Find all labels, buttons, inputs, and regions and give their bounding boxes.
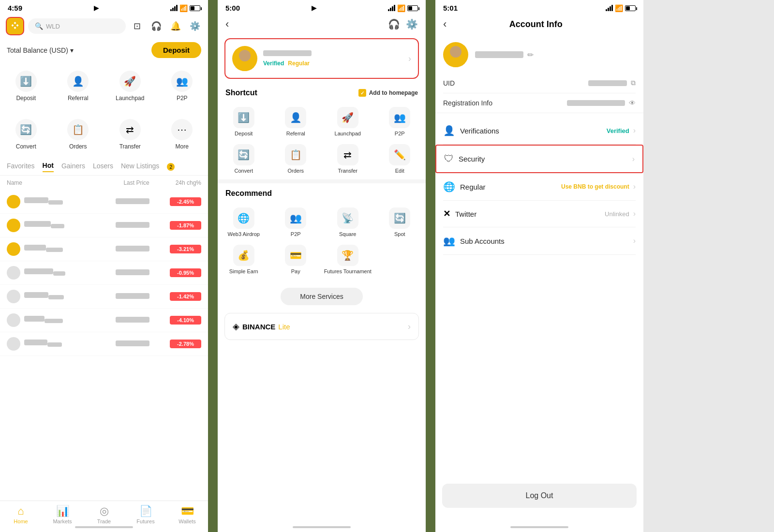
back-button[interactable]: ‹ <box>225 18 229 30</box>
balance-label[interactable]: Total Balance (USD) ▾ <box>7 46 74 54</box>
account-info-section: UID ⧉ Registration Info 👁 <box>435 73 643 113</box>
recommend-futures[interactable]: 🏆 Futures Tournament <box>322 241 374 278</box>
edit-icon[interactable]: ✏ <box>527 50 534 59</box>
menu-section: 👤 Verifications Verified › 🛡 Security › <box>435 117 643 255</box>
grid-more[interactable]: ⋯ More <box>156 114 208 155</box>
settings-icon-2[interactable]: ⚙️ <box>406 18 418 30</box>
copy-icon[interactable]: ⧉ <box>631 79 636 87</box>
balance-row: Total Balance (USD) ▾ Deposit <box>0 38 208 62</box>
table-row[interactable]: -3.21% <box>0 237 208 261</box>
grid-referral[interactable]: 👤 Referral <box>52 66 104 106</box>
profile-card[interactable]: Verified Regular › <box>224 38 419 79</box>
shortcut-edit[interactable]: ✏️ Edit <box>374 140 426 177</box>
nav-trade[interactable]: ◎ Trade <box>83 505 125 524</box>
spot-label: Spot <box>394 231 405 237</box>
battery-icon <box>190 5 200 11</box>
menu-verifications[interactable]: 👤 Verifications Verified › <box>443 117 636 145</box>
regular-label: Regular <box>460 183 486 191</box>
regular-badge: Regular <box>288 60 310 67</box>
phone-1: 4:59 ▶ 📶 🔍 WLD ⊡ 🎧 <box>0 0 208 532</box>
phone-2: 5:00 ▶ 📶 ‹ 🎧 ⚙️ <box>218 0 426 532</box>
signal-icon <box>170 5 178 11</box>
twitter-icon: ✕ <box>443 208 450 219</box>
checkbox-add-home[interactable]: ✓ <box>358 89 366 97</box>
grid-convert[interactable]: 🔄 Convert <box>0 114 52 155</box>
shortcut-orders[interactable]: 📋 Orders <box>270 140 322 177</box>
tab-favorites[interactable]: Favorites <box>7 162 35 172</box>
regular-right: Use BNB to get discount › <box>561 182 636 191</box>
futures-tournament-label: Futures Tournament <box>324 268 372 274</box>
verified-badge: Verified <box>263 60 284 67</box>
recommend-simple-earn[interactable]: 💰 Simple Earn <box>218 241 270 278</box>
change-badge: -2.78% <box>170 340 201 348</box>
recommend-square[interactable]: 📡 Square <box>322 204 374 241</box>
transfer-icon: ⇄ <box>119 119 141 140</box>
more-icon: ⋯ <box>171 119 193 140</box>
grid-deposit[interactable]: ⬇️ Deposit <box>0 66 52 106</box>
binance-lite-label: Lite <box>278 323 290 331</box>
shortcut-convert-icon: 🔄 <box>233 144 254 165</box>
logout-button[interactable]: Log Out <box>442 484 637 508</box>
menu-security[interactable]: 🛡 Security › <box>444 146 635 172</box>
square-icon: 📡 <box>337 207 358 229</box>
table-row[interactable]: -2.78% <box>0 332 208 356</box>
time-1: 4:59 <box>8 4 22 12</box>
scan-icon[interactable]: ⊡ <box>130 19 144 33</box>
grid-orders[interactable]: 📋 Orders <box>52 114 104 155</box>
token-icon <box>7 242 20 256</box>
recommend-p2p[interactable]: 👥 P2P <box>270 204 322 241</box>
shortcut-p2p[interactable]: 👥 P2P <box>374 103 426 140</box>
more-services-button[interactable]: More Services <box>281 288 362 305</box>
table-row[interactable]: -1.42% <box>0 285 208 309</box>
grid-transfer[interactable]: ⇄ Transfer <box>104 114 156 155</box>
status-bar-2: 5:00 ▶ 📶 <box>218 0 426 14</box>
grid-p2p[interactable]: 👥 P2P <box>156 66 208 106</box>
unlinked-status: Unlinked <box>605 210 629 218</box>
recommend-spot[interactable]: 🔄 Spot <box>374 204 426 241</box>
deposit-button[interactable]: Deposit <box>151 42 201 58</box>
menu-sub-accounts[interactable]: 👥 Sub Accounts › <box>443 227 636 255</box>
security-left: 🛡 Security <box>444 153 485 164</box>
tab-gainers[interactable]: Gainers <box>61 162 85 172</box>
recommend-pay[interactable]: 💳 Pay <box>270 241 322 278</box>
tab-new-listings[interactable]: New Listings <box>121 162 159 172</box>
shortcut-deposit[interactable]: ⬇️ Deposit <box>218 103 270 140</box>
grid-launchpad[interactable]: 🚀 Launchpad <box>104 66 156 106</box>
nav-markets[interactable]: 📊 Markets <box>42 505 83 524</box>
add-to-homepage[interactable]: ✓ Add to homepage <box>358 89 418 97</box>
eye-icon[interactable]: 👁 <box>629 99 636 107</box>
table-row[interactable]: -4.10% <box>0 309 208 332</box>
nav-futures[interactable]: 📄 Futures <box>125 505 166 524</box>
table-row[interactable]: -2.45% <box>0 190 208 214</box>
tab-hot[interactable]: Hot <box>43 162 54 172</box>
search-bar[interactable]: 🔍 WLD <box>28 18 126 34</box>
nav-arrow-2: ▶ <box>312 4 316 12</box>
back-button-3[interactable]: ‹ <box>443 18 447 30</box>
binance-lite-section[interactable]: ◈ BINANCE Lite › <box>224 313 419 340</box>
shortcut-referral[interactable]: 👤 Referral <box>270 103 322 140</box>
table-row[interactable]: -0.95% <box>0 261 208 285</box>
nav-home[interactable]: ⌂ Home <box>0 505 42 524</box>
support-icon-2[interactable]: 🎧 <box>388 18 400 30</box>
shortcut-convert[interactable]: 🔄 Convert <box>218 140 270 177</box>
binance-logo[interactable] <box>6 17 24 35</box>
binance-lite-chevron: › <box>408 322 411 332</box>
menu-twitter[interactable]: ✕ Twitter Unlinked › <box>443 201 636 227</box>
grid-launchpad-label: Launchpad <box>116 95 144 102</box>
table-row[interactable]: -1.87% <box>0 214 208 237</box>
divider-1 <box>208 0 218 532</box>
token-icon <box>7 266 20 280</box>
support-icon[interactable]: 🎧 <box>149 19 164 33</box>
nav-wallets[interactable]: 💳 Wallets <box>166 505 208 524</box>
settings-icon[interactable]: ⚙️ <box>188 19 202 33</box>
shortcut-referral-icon: 👤 <box>285 107 306 128</box>
menu-regular[interactable]: 🌐 Regular Use BNB to get discount › <box>443 173 636 201</box>
tab-losers[interactable]: Losers <box>93 162 113 172</box>
recommend-web3[interactable]: 🌐 Web3 Airdrop <box>218 204 270 241</box>
shortcut-transfer[interactable]: ⇄ Transfer <box>322 140 374 177</box>
bell-icon[interactable]: 🔔 <box>168 19 183 33</box>
grid-convert-label: Convert <box>16 143 36 150</box>
shortcut-launchpad[interactable]: 🚀 Launchpad <box>322 103 374 140</box>
shortcut-deposit-icon: ⬇️ <box>233 107 254 128</box>
twitter-left: ✕ Twitter <box>443 208 476 219</box>
